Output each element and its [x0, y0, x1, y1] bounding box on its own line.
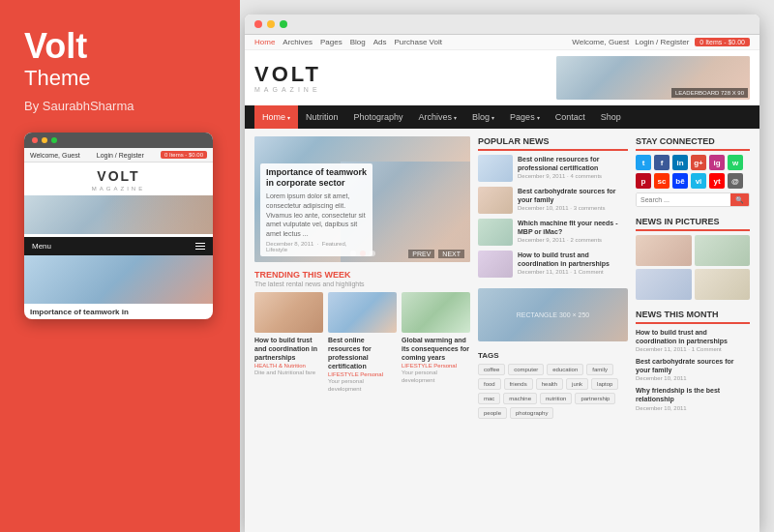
cart-button-top[interactable]: 0 Items - $0.00 [695, 38, 750, 46]
tag-nutrition[interactable]: nutrition [540, 393, 572, 404]
welcome-text: Welcome, Guest [572, 38, 629, 46]
tag-photography[interactable]: photography [510, 407, 553, 419]
tag-people[interactable]: people [478, 407, 507, 419]
news-pic-4 [695, 269, 751, 300]
author-label: By SaurabhSharma [24, 99, 216, 113]
social-soundcloud-icon[interactable]: sc [654, 173, 670, 189]
stay-connected-title: STAY CONNECTED [636, 136, 750, 151]
trending-title-1: How to build trust and coordination in p… [254, 336, 323, 362]
header-banner-label: LEADERBOARD 728 X 90 [671, 88, 748, 98]
theme-name: Volt [24, 29, 216, 64]
social-behance-icon[interactable]: bē [672, 173, 688, 189]
tag-mac[interactable]: mac [478, 393, 500, 404]
tag-junk[interactable]: junk [566, 378, 588, 390]
tag-education[interactable]: education [547, 364, 583, 375]
nav-archives[interactable]: Archives ▾ [411, 105, 465, 129]
social-whatsapp-icon[interactable]: w [728, 155, 743, 170]
browser-dot-red [254, 20, 262, 28]
news-month-date-2: December 10, 2011 [636, 375, 750, 381]
tag-partnership[interactable]: partnership [575, 393, 615, 404]
news-pic-1 [636, 235, 692, 266]
trending-title-3: Global warming and its consequences for … [402, 336, 470, 362]
social-google-icon[interactable]: g+ [691, 155, 706, 170]
popular-item-4: How to build trust and coordination in p… [478, 251, 628, 278]
rect-banner: RECTANGLE 300 × 250 [478, 288, 628, 341]
news-pic-2 [695, 235, 751, 266]
social-facebook-icon[interactable]: f [654, 155, 670, 170]
theme-subtitle: Theme [24, 66, 216, 91]
top-nav-purchase[interactable]: Purchase Volt [395, 38, 442, 46]
popular-item-title-4: How to build trust and coordination in p… [518, 251, 628, 268]
mobile-article-img [24, 255, 213, 304]
trending-cat-3: LIFESTYLE Personal [402, 363, 470, 369]
tag-family[interactable]: family [586, 364, 613, 375]
search-input[interactable] [637, 193, 730, 206]
popular-item-2: Best carbohydrate sources for your famil… [478, 187, 628, 214]
trending-text-1: Dite and Nutritional fare [254, 369, 323, 377]
popular-text-1: Best online resources for professional c… [518, 155, 628, 179]
nav-pages[interactable]: Pages ▾ [502, 105, 548, 129]
featured-title: Importance of teamwork in corporate sect… [266, 167, 367, 190]
top-nav-ads[interactable]: Ads [373, 38, 387, 46]
search-button[interactable]: 🔍 [730, 193, 749, 206]
trending-item-3: Global warming and its consequences for … [402, 292, 470, 394]
news-month-item-2: Best carbohydrate sources for your famil… [636, 357, 750, 381]
nav-nutrition[interactable]: Nutrition [298, 105, 346, 129]
tag-health[interactable]: health [536, 378, 563, 390]
site-logo-sub: MAGAZINE [254, 86, 321, 93]
social-email-icon[interactable]: @ [728, 173, 743, 189]
tag-laptop[interactable]: laptop [591, 378, 618, 390]
popular-item-date-2: December 10, 2011 · 3 comments [518, 205, 628, 211]
tag-coffee[interactable]: coffee [478, 364, 505, 375]
news-pictures-title: NEWS IN PICTURES [636, 217, 750, 231]
trending-item-2: Best online resources for professional c… [328, 292, 397, 394]
social-vimeo-icon[interactable]: vi [691, 173, 706, 189]
trending-text-3: Your personal development [402, 369, 470, 385]
popular-item-3: Which machine fit your needs - MBP or iM… [478, 219, 628, 246]
tag-friends[interactable]: friends [504, 378, 533, 390]
news-month-item-1: How to build trust and coordination in p… [636, 328, 750, 352]
right-column: STAY CONNECTED t f in g+ ig w p sc bē vi… [636, 136, 750, 524]
main-content: Importance of teamwork in corporate sect… [254, 136, 470, 524]
social-grid: t f in g+ ig w p sc bē vi yt @ [636, 155, 750, 189]
social-twitter-icon[interactable]: t [636, 155, 651, 170]
top-nav-pages[interactable]: Pages [320, 38, 342, 46]
header-banner: LEADERBOARD 728 X 90 [556, 56, 750, 100]
mobile-article-title: Importance of teamwork in [24, 304, 213, 319]
popular-img-3 [478, 219, 513, 246]
middle-column: POPULAR NEWS Best online resources for p… [478, 136, 628, 524]
news-month-section: NEWS THIS MONTH How to build trust and c… [636, 310, 750, 416]
featured-caption: Importance of teamwork in corporate sect… [260, 163, 372, 256]
social-pinterest-icon[interactable]: p [636, 173, 651, 189]
tag-machine[interactable]: machine [503, 393, 537, 404]
top-nav-blog[interactable]: Blog [350, 38, 366, 46]
stay-connected-section: STAY CONNECTED t f in g+ ig w p sc bē vi… [636, 136, 750, 211]
mobile-logo: VOLT [24, 163, 213, 186]
tag-computer[interactable]: computer [508, 364, 544, 375]
mobile-hamburger-icon[interactable] [195, 243, 205, 250]
social-linkedin-icon[interactable]: in [672, 155, 688, 170]
top-nav-home[interactable]: Home [254, 38, 275, 46]
site-top-nav: Home Archives Pages Blog Ads Purchase Vo… [254, 38, 442, 46]
popular-item-title-3: Which machine fit your needs - MBP or iM… [518, 219, 628, 236]
top-nav-archives[interactable]: Archives [283, 38, 313, 46]
mobile-preview: Welcome, Guest Login / Register 0 Items … [24, 133, 213, 319]
news-month-title-3: Why friendship is the best relationship [636, 386, 750, 403]
nav-contact[interactable]: Contact [548, 105, 593, 129]
nav-blog[interactable]: Blog ▾ [464, 105, 502, 129]
mobile-cart[interactable]: 0 Items - $0.00 [161, 151, 207, 159]
news-month-title: NEWS THIS MONTH [636, 310, 750, 324]
social-instagram-icon[interactable]: ig [709, 155, 725, 170]
trending-text-2: Your personal development [328, 378, 397, 394]
nav-shop[interactable]: Shop [593, 105, 629, 129]
tag-food[interactable]: food [478, 378, 501, 390]
trending-cat-1: HEALTH & Nutrition [254, 363, 323, 369]
trending-title-2: Best online resources for professional c… [328, 336, 397, 370]
nav-home[interactable]: Home ▾ [254, 105, 298, 129]
social-youtube-icon[interactable]: yt [709, 173, 725, 189]
nav-photography[interactable]: Photography [346, 105, 411, 129]
site-logo: VOLT [254, 64, 321, 85]
popular-img-2 [478, 187, 513, 214]
login-link[interactable]: Login / Register [635, 38, 689, 46]
trending-sub: The latest rental news and highlights [254, 281, 470, 287]
